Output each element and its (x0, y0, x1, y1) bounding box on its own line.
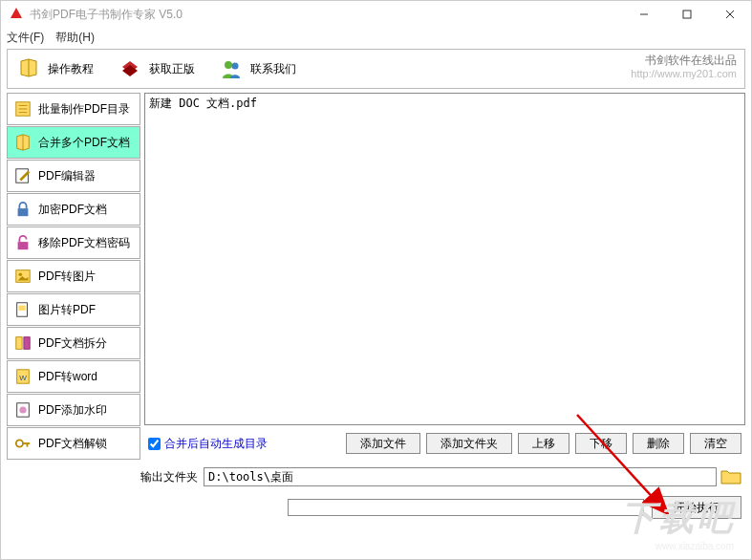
sidebar-item-4[interactable]: 移除PDF文档密码 (7, 226, 140, 259)
toolbar-legit[interactable]: 获取正版 (117, 56, 195, 81)
move-down-button[interactable]: 下移 (575, 433, 627, 454)
sidebar-item-5[interactable]: PDF转图片 (7, 260, 140, 292)
brand-info: 书剑软件在线出品 http://www.my201.com (631, 54, 737, 80)
merge-icon (13, 133, 32, 152)
contact-icon (218, 56, 245, 81)
svg-point-25 (16, 440, 23, 446)
lock-icon (13, 200, 32, 219)
sidebar-item-3[interactable]: 加密PDF文档 (7, 193, 140, 226)
toolbar-tutorial-label: 操作教程 (48, 61, 94, 77)
sidebar-item-9[interactable]: PDF添加水印 (7, 394, 140, 426)
controls-row: 合并后自动生成目录 添加文件 添加文件夹 上移 下移 删除 清空 (144, 425, 745, 462)
list-item[interactable]: 新建 DOC 文档.pdf (149, 96, 741, 112)
toolbar-contact-label: 联系我们 (250, 61, 296, 77)
tutorial-icon (15, 56, 42, 81)
sidebar-item-label: 合并多个PDF文档 (38, 135, 130, 151)
progress-bar (288, 499, 644, 516)
sidebar-item-label: 加密PDF文档 (38, 202, 107, 218)
svg-point-24 (19, 406, 26, 413)
output-row: 输出文件夹 (1, 463, 751, 490)
sidebar-item-label: PDF添加水印 (38, 402, 107, 419)
auto-toc-input[interactable] (148, 438, 161, 450)
sidebar-item-2[interactable]: PDF编辑器 (7, 160, 140, 192)
sidebar-item-6[interactable]: 图片转PDF (7, 293, 140, 326)
sidebar-item-label: PDF文档解锁 (38, 436, 107, 452)
sidebar-item-label: 图片转PDF (38, 302, 96, 318)
watermark-icon (13, 400, 32, 420)
file-list[interactable]: 新建 DOC 文档.pdf (144, 93, 745, 425)
execute-button[interactable]: 开始执行 (652, 496, 741, 519)
sidebar-item-label: PDF转图片 (38, 269, 96, 285)
brand-text: 书剑软件在线出品 (631, 54, 737, 67)
svg-point-6 (232, 63, 239, 70)
svg-rect-13 (18, 208, 29, 216)
app-icon (9, 7, 24, 22)
toolbar-legit-label: 获取正版 (149, 61, 195, 77)
watermark-url: www.xiazaiba.com (655, 541, 734, 551)
sidebar-item-8[interactable]: WPDF转word (7, 360, 140, 393)
legit-icon (117, 56, 143, 81)
add-file-button[interactable]: 添加文件 (346, 433, 420, 454)
menu-help[interactable]: 帮助(H) (55, 30, 95, 46)
svg-point-5 (225, 61, 232, 69)
titlebar: 书剑PDF电子书制作专家 V5.0 (1, 1, 751, 28)
sidebar-item-0[interactable]: 批量制作PDF目录 (7, 93, 140, 125)
sidebar-item-1[interactable]: 合并多个PDF文档 (7, 126, 140, 159)
sidebar-item-label: PDF转word (38, 369, 97, 385)
move-up-button[interactable]: 上移 (518, 433, 569, 454)
menu-file[interactable]: 文件(F) (7, 30, 44, 46)
brand-url: http://www.my201.com (631, 67, 737, 80)
maximize-button[interactable] (665, 1, 708, 28)
key-icon (13, 434, 32, 453)
output-path-input[interactable] (204, 467, 717, 486)
sidebar-item-10[interactable]: PDF文档解锁 (7, 427, 140, 460)
minimize-button[interactable] (622, 1, 665, 28)
sidebar-item-label: PDF编辑器 (38, 168, 96, 184)
close-button[interactable] (708, 1, 751, 28)
edit-icon (13, 166, 32, 185)
action-row: 开始执行 (1, 490, 751, 525)
svg-text:W: W (19, 374, 27, 382)
svg-rect-20 (24, 337, 30, 350)
sidebar-item-label: 批量制作PDF目录 (38, 101, 130, 118)
svg-rect-14 (18, 242, 29, 249)
split-icon (13, 334, 32, 353)
delete-button[interactable]: 删除 (633, 433, 684, 454)
unlock-icon (13, 233, 32, 252)
auto-toc-checkbox[interactable]: 合并后自动生成目录 (148, 436, 268, 452)
svg-rect-19 (16, 337, 22, 350)
sidebar-item-7[interactable]: PDF文档拆分 (7, 327, 140, 359)
list-icon (13, 99, 32, 118)
clear-button[interactable]: 清空 (690, 433, 741, 454)
sidebar-item-label: PDF文档拆分 (38, 335, 107, 352)
window-title: 书剑PDF电子书制作专家 V5.0 (30, 7, 183, 23)
sidebar: 批量制作PDF目录合并多个PDF文档PDF编辑器加密PDF文档移除PDF文档密码… (7, 93, 140, 462)
toolbar-contact[interactable]: 联系我们 (218, 56, 296, 81)
sidebar-item-label: 移除PDF文档密码 (38, 235, 130, 251)
svg-rect-1 (683, 11, 691, 18)
browse-folder-icon[interactable] (720, 468, 741, 485)
svg-point-16 (19, 272, 23, 276)
word-icon: W (13, 367, 32, 386)
auto-toc-label: 合并后自动生成目录 (164, 436, 268, 452)
svg-rect-18 (19, 306, 26, 311)
menubar: 文件(F) 帮助(H) (1, 28, 751, 47)
toolbar-tutorial[interactable]: 操作教程 (15, 56, 94, 81)
add-folder-button[interactable]: 添加文件夹 (426, 433, 512, 454)
toolbar: 操作教程 获取正版 联系我们 书剑软件在线出品 http://www.my201… (7, 49, 745, 89)
output-label: 输出文件夹 (140, 469, 198, 485)
image-icon (13, 267, 32, 286)
imagepdf-icon (13, 300, 32, 319)
